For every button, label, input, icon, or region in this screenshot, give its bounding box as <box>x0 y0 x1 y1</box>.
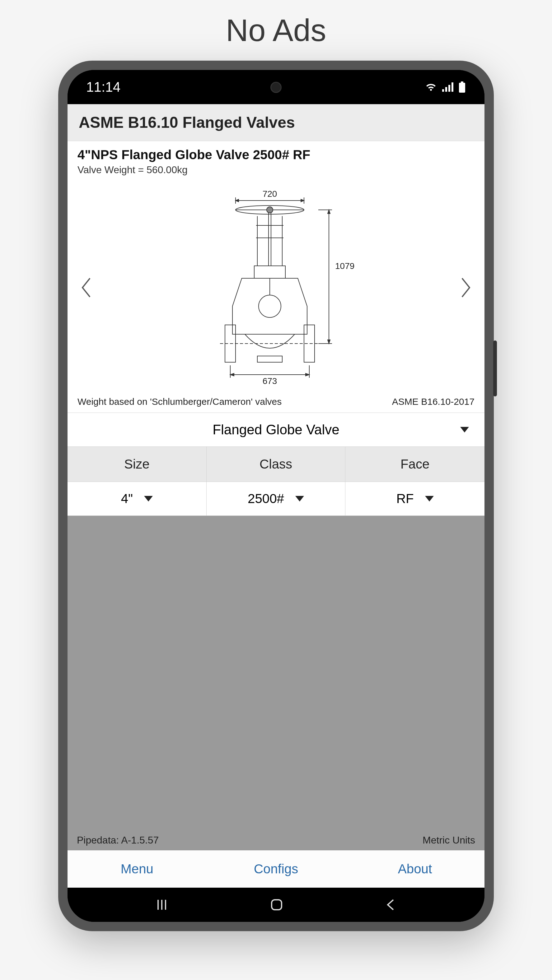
standard-footnote: ASME B16.10-2017 <box>392 396 474 407</box>
tab-configs[interactable]: Configs <box>207 862 346 877</box>
phone-frame: 11:14 ASME B16.10 Flanged Valves 4"NPS F… <box>58 60 494 931</box>
signal-icon <box>442 83 453 92</box>
units-label: Metric Units <box>423 835 475 846</box>
valve-type-value: Flanged Globe Valve <box>212 422 340 438</box>
dim-bottom: 673 <box>263 376 277 386</box>
header-size: Size <box>67 447 207 482</box>
svg-point-13 <box>266 207 273 213</box>
page-title: ASME B16.10 Flanged Valves <box>79 113 473 132</box>
dim-right: 1079 <box>335 261 354 271</box>
wifi-icon <box>425 82 437 92</box>
svg-marker-9 <box>236 199 239 202</box>
promo-headline: No Ads <box>226 13 326 48</box>
svg-marker-10 <box>301 199 304 202</box>
svg-rect-4 <box>461 81 463 83</box>
svg-rect-0 <box>442 89 444 92</box>
status-bar: 11:14 <box>67 70 485 104</box>
diagram-area: 720 <box>67 179 485 396</box>
chevron-down-icon <box>425 496 434 501</box>
phone-side-button <box>493 340 497 396</box>
home-button[interactable] <box>269 897 284 912</box>
valve-weight: Valve Weight = 560.00kg <box>78 164 474 176</box>
svg-rect-38 <box>272 900 282 910</box>
face-select[interactable]: RF <box>345 482 485 515</box>
svg-rect-18 <box>254 266 286 278</box>
empty-area: Pipedata: A-1.5.57 Metric Units <box>67 516 485 850</box>
tab-menu[interactable]: Menu <box>67 862 207 877</box>
valve-title: 4"NPS Flanged Globe Valve 2500# RF <box>78 147 474 162</box>
svg-marker-29 <box>328 340 330 344</box>
svg-rect-2 <box>448 85 450 92</box>
status-time: 11:14 <box>86 79 120 95</box>
tab-about[interactable]: About <box>345 862 485 877</box>
size-select[interactable]: 4" <box>67 482 207 515</box>
app-content: ASME B16.10 Flanged Valves 4"NPS Flanged… <box>67 104 485 888</box>
svg-rect-1 <box>445 87 447 92</box>
chevron-down-icon <box>295 496 304 501</box>
header-face: Face <box>345 447 485 482</box>
title-bar: ASME B16.10 Flanged Valves <box>67 104 485 141</box>
svg-marker-34 <box>306 374 309 376</box>
recents-button[interactable] <box>155 898 169 912</box>
class-value: 2500# <box>248 491 284 506</box>
svg-rect-5 <box>459 83 465 93</box>
header-class: Class <box>207 447 346 482</box>
valve-type-select[interactable]: Flanged Globe Valve <box>67 413 485 447</box>
selectors-row: 4" 2500# RF <box>67 482 485 516</box>
chevron-left-icon <box>81 277 92 299</box>
next-button[interactable] <box>456 274 475 302</box>
svg-rect-23 <box>257 356 282 362</box>
weight-footnote: Weight based on 'Schlumberger/Cameron' v… <box>78 396 282 407</box>
prev-button[interactable] <box>77 274 96 302</box>
version-label: Pipedata: A-1.5.57 <box>77 835 159 846</box>
svg-marker-33 <box>230 374 234 376</box>
bottom-tabs: Menu Configs About <box>67 850 485 888</box>
android-nav-bar <box>67 888 485 922</box>
chevron-down-icon <box>460 427 469 433</box>
chevron-down-icon <box>144 496 153 501</box>
front-camera <box>270 82 282 93</box>
svg-marker-28 <box>328 210 330 213</box>
dim-top: 720 <box>263 189 277 199</box>
class-select[interactable]: 2500# <box>207 482 346 515</box>
back-button[interactable] <box>384 898 397 912</box>
valve-diagram: 720 <box>195 188 357 387</box>
battery-icon <box>458 81 466 93</box>
chevron-right-icon <box>460 277 471 299</box>
svg-point-19 <box>258 295 281 317</box>
face-value: RF <box>396 491 414 506</box>
size-value: 4" <box>121 491 133 506</box>
selectors-header: Size Class Face <box>67 447 485 482</box>
svg-rect-3 <box>451 83 453 92</box>
